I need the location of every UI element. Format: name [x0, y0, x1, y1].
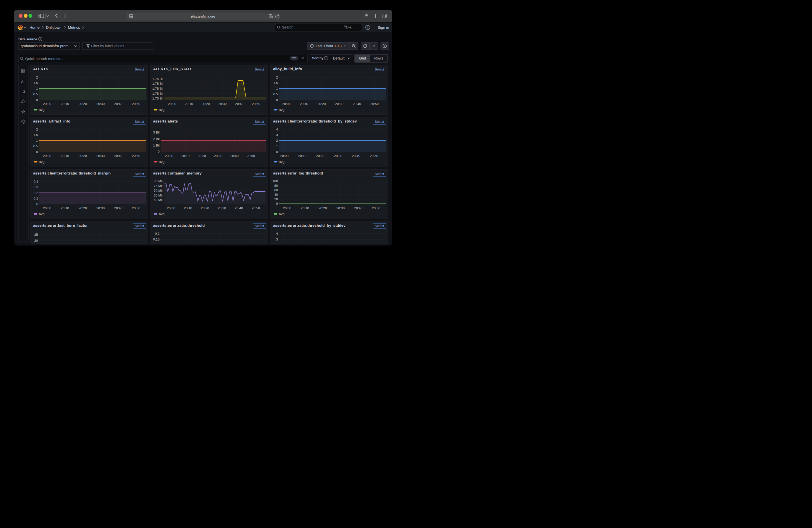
- svg-text:0.4: 0.4: [34, 180, 38, 184]
- svg-text:20:30: 20:30: [97, 102, 105, 106]
- svg-text:4: 4: [276, 232, 278, 235]
- svg-text:20:00: 20:00: [280, 154, 289, 158]
- svg-text:20:50: 20:50: [372, 206, 380, 210]
- svg-text:4: 4: [276, 128, 278, 131]
- svg-text:20:20: 20:20: [79, 154, 87, 158]
- svg-text:20:00: 20:00: [165, 154, 173, 158]
- svg-text:20:00: 20:00: [43, 206, 51, 210]
- svg-text:20:50: 20:50: [370, 154, 378, 158]
- svg-text:0.5: 0.5: [33, 92, 38, 96]
- svg-text:0: 0: [276, 202, 278, 205]
- svg-text:20:50: 20:50: [132, 154, 140, 158]
- svg-text:0.2: 0.2: [155, 232, 160, 235]
- svg-text:20: 20: [274, 197, 278, 201]
- svg-text:20:40: 20:40: [231, 154, 239, 158]
- svg-text:20:20: 20:20: [319, 206, 327, 210]
- svg-text:0.3: 0.3: [34, 185, 38, 189]
- svg-text:1 Bil: 1 Bil: [153, 144, 160, 147]
- svg-text:20:40: 20:40: [114, 102, 122, 106]
- svg-text:avg: avg: [159, 212, 164, 216]
- svg-text:20:00: 20:00: [168, 102, 176, 106]
- svg-text:80 Mil: 80 Mil: [154, 179, 162, 183]
- svg-text:2: 2: [276, 75, 278, 79]
- svg-text:20:40: 20:40: [114, 206, 122, 210]
- svg-text:avg: avg: [279, 108, 285, 112]
- svg-text:0.1: 0.1: [34, 196, 38, 200]
- svg-text:20:50: 20:50: [132, 206, 140, 210]
- svg-text:?: ?: [367, 26, 368, 29]
- svg-text:1: 1: [276, 87, 278, 90]
- svg-text:40: 40: [274, 193, 278, 196]
- svg-text:70 Mil: 70 Mil: [154, 189, 162, 192]
- svg-text:1.75 Bil: 1.75 Bil: [152, 91, 163, 95]
- svg-text:0.5: 0.5: [274, 92, 278, 96]
- svg-text:25: 25: [34, 233, 38, 236]
- svg-text:0.15: 0.15: [153, 237, 160, 241]
- svg-text:0.2: 0.2: [34, 191, 38, 195]
- svg-text:20:30: 20:30: [334, 154, 342, 158]
- svg-text:20:00: 20:00: [167, 206, 175, 210]
- svg-text:20:40: 20:40: [235, 102, 244, 106]
- svg-text:0: 0: [276, 98, 278, 102]
- svg-text:20:10: 20:10: [301, 206, 309, 210]
- svg-text:1.75 Bil: 1.75 Bil: [152, 77, 163, 80]
- svg-text:20:10: 20:10: [185, 102, 193, 106]
- svg-text:1.5: 1.5: [274, 81, 278, 85]
- svg-text:20:20: 20:20: [316, 154, 324, 158]
- svg-text:20:00: 20:00: [43, 102, 51, 106]
- svg-text:60 Mil: 60 Mil: [154, 198, 162, 202]
- svg-text:20:50: 20:50: [252, 206, 260, 210]
- svg-text:文: 文: [271, 16, 273, 18]
- svg-text:1.5: 1.5: [33, 81, 38, 85]
- svg-text:20:30: 20:30: [97, 154, 105, 158]
- svg-text:20:00: 20:00: [282, 102, 290, 106]
- svg-text:0: 0: [276, 150, 278, 154]
- svg-text:1: 1: [36, 87, 38, 90]
- svg-text:20:20: 20:20: [318, 102, 326, 106]
- svg-text:20:20: 20:20: [79, 206, 87, 210]
- svg-text:20:10: 20:10: [61, 154, 69, 158]
- svg-text:1.75 Bil: 1.75 Bil: [152, 87, 163, 90]
- svg-text:20:30: 20:30: [214, 154, 222, 158]
- svg-text:20:20: 20:20: [201, 206, 209, 210]
- svg-text:avg: avg: [39, 108, 44, 112]
- svg-text:3: 3: [276, 133, 278, 137]
- svg-text:0: 0: [158, 150, 160, 153]
- svg-text:20:10: 20:10: [300, 102, 308, 106]
- svg-text:20:50: 20:50: [252, 102, 260, 106]
- svg-text:0: 0: [36, 98, 38, 102]
- svg-text:20:10: 20:10: [182, 154, 190, 158]
- svg-text:75 Mil: 75 Mil: [154, 184, 162, 188]
- svg-text:2: 2: [36, 75, 38, 79]
- svg-text:20:40: 20:40: [354, 206, 362, 210]
- svg-text:20:10: 20:10: [61, 102, 69, 106]
- svg-text:1: 1: [36, 139, 38, 143]
- svg-text:0: 0: [37, 202, 38, 206]
- svg-text:60: 60: [274, 188, 278, 192]
- svg-text:1.5: 1.5: [33, 133, 38, 137]
- svg-text:20:10: 20:10: [184, 206, 192, 210]
- svg-text:20:20: 20:20: [202, 102, 210, 106]
- svg-text:20:30: 20:30: [218, 102, 227, 106]
- svg-text:0: 0: [36, 150, 38, 154]
- svg-text:2: 2: [276, 139, 278, 143]
- svg-text:avg: avg: [159, 160, 164, 164]
- svg-text:avg: avg: [39, 160, 44, 164]
- svg-text:80: 80: [274, 184, 278, 188]
- svg-text:avg: avg: [279, 160, 285, 164]
- svg-text:20:30: 20:30: [336, 206, 345, 210]
- svg-text:3: 3: [276, 237, 278, 241]
- svg-text:3 Bil: 3 Bil: [153, 131, 160, 134]
- svg-text:20:20: 20:20: [198, 154, 206, 158]
- svg-text:1.75 Bil: 1.75 Bil: [152, 97, 163, 100]
- svg-text:avg: avg: [279, 212, 285, 216]
- svg-text:20:40: 20:40: [235, 206, 243, 210]
- svg-text:20:10: 20:10: [61, 206, 69, 210]
- svg-text:20:30: 20:30: [218, 206, 226, 210]
- svg-text:2 Bil: 2 Bil: [153, 137, 160, 141]
- svg-text:2: 2: [36, 128, 38, 131]
- svg-text:20:30: 20:30: [97, 206, 105, 210]
- svg-text:20: 20: [34, 238, 38, 242]
- svg-text:20:50: 20:50: [132, 102, 140, 106]
- svg-text:avg: avg: [39, 212, 44, 216]
